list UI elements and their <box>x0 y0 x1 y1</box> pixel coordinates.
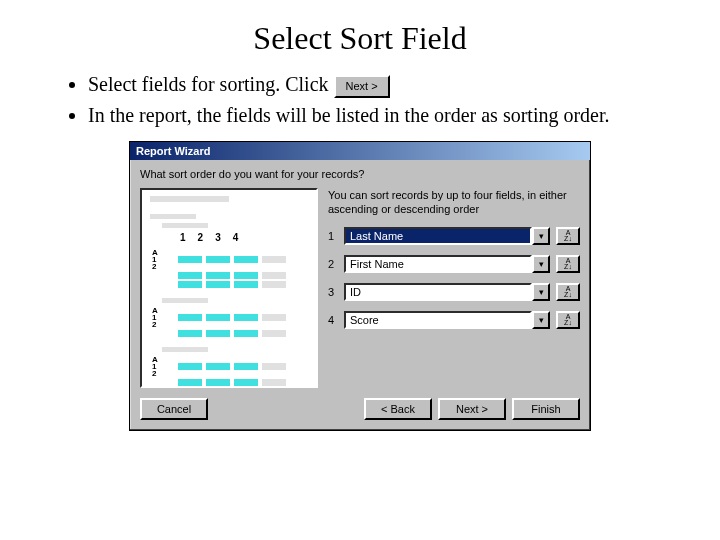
preview-col-3: 3 <box>215 232 221 243</box>
sort-field-2-order-button[interactable]: AZ↓ <box>556 255 580 273</box>
sort-field-3-combo[interactable] <box>344 283 532 301</box>
sort-field-2-combo[interactable] <box>344 255 532 273</box>
bullet-2: In the report, the fields will be listed… <box>88 102 660 129</box>
bullet-1-text: Select fields for sorting. Click <box>88 73 329 95</box>
sort-row-2-num: 2 <box>328 258 338 270</box>
sort-hint-text: You can sort records by up to four field… <box>328 188 580 217</box>
sort-row-1: 1 ▾ AZ↓ <box>328 227 580 245</box>
sort-field-2-dropdown-icon[interactable]: ▾ <box>532 255 550 273</box>
sort-field-3-order-button[interactable]: AZ↓ <box>556 283 580 301</box>
next-button[interactable]: Next > <box>438 398 506 420</box>
bullet-1: Select fields for sorting. Click Next > <box>88 71 660 98</box>
inline-next-button: Next > <box>334 75 390 98</box>
sort-row-3-num: 3 <box>328 286 338 298</box>
sort-preview-panel: 1 2 3 4 A12 A12 <box>140 188 318 388</box>
sort-row-2: 2 ▾ AZ↓ <box>328 255 580 273</box>
sort-field-4-dropdown-icon[interactable]: ▾ <box>532 311 550 329</box>
dialog-titlebar: Report Wizard <box>130 142 590 160</box>
back-button[interactable]: < Back <box>364 398 432 420</box>
sort-field-1-combo[interactable] <box>344 227 532 245</box>
preview-col-4: 4 <box>233 232 239 243</box>
sort-field-1-order-button[interactable]: AZ↓ <box>556 227 580 245</box>
preview-col-1: 1 <box>180 232 186 243</box>
sort-field-4-order-button[interactable]: AZ↓ <box>556 311 580 329</box>
sort-row-3: 3 ▾ AZ↓ <box>328 283 580 301</box>
finish-button[interactable]: Finish <box>512 398 580 420</box>
sort-row-4: 4 ▾ AZ↓ <box>328 311 580 329</box>
report-wizard-dialog: Report Wizard What sort order do you wan… <box>129 141 591 431</box>
page-title: Select Sort Field <box>60 20 660 57</box>
sort-field-1-dropdown-icon[interactable]: ▾ <box>532 227 550 245</box>
cancel-button[interactable]: Cancel <box>140 398 208 420</box>
sort-field-3-dropdown-icon[interactable]: ▾ <box>532 283 550 301</box>
dialog-prompt: What sort order do you want for your rec… <box>140 168 580 180</box>
sort-row-1-num: 1 <box>328 230 338 242</box>
sort-row-4-num: 4 <box>328 314 338 326</box>
preview-col-2: 2 <box>198 232 204 243</box>
sort-field-4-combo[interactable] <box>344 311 532 329</box>
